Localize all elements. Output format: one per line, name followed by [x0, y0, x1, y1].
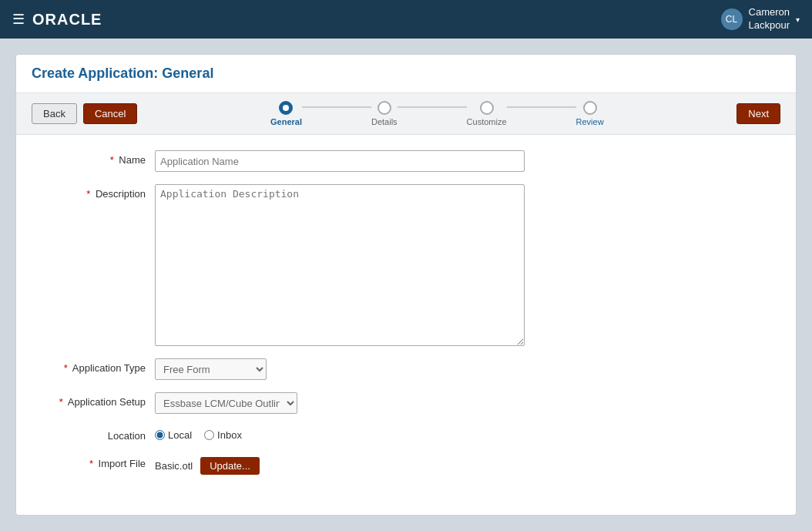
name-input[interactable] — [155, 150, 525, 172]
main-area: Create Application: General Back Cancel … — [0, 39, 812, 531]
wizard-steps: General Details Customize Rev — [137, 101, 737, 126]
location-local-option[interactable]: Local — [155, 429, 192, 441]
wizard-right-buttons: Next — [737, 103, 780, 124]
avatar: CL — [721, 8, 743, 30]
step-circle-review — [583, 101, 597, 115]
step-circle-general — [279, 101, 293, 115]
back-button[interactable]: Back — [32, 103, 77, 124]
app-type-required-star: * — [64, 362, 68, 374]
location-inbox-radio[interactable] — [204, 430, 214, 440]
description-required-star: * — [86, 188, 90, 200]
oracle-logo: ORACLE — [32, 11, 102, 29]
import-file-group: Basic.otl Update... — [155, 454, 260, 475]
next-button[interactable]: Next — [737, 103, 780, 124]
description-label: * Description — [47, 184, 155, 200]
location-inbox-label: Inbox — [217, 429, 242, 441]
import-file-row: * Import File Basic.otl Update... — [47, 454, 765, 475]
app-setup-required-star: * — [59, 396, 63, 408]
step-review: Review — [576, 101, 604, 126]
import-file-name: Basic.otl — [155, 460, 193, 472]
import-file-required-star: * — [89, 458, 93, 469]
location-local-label: Local — [168, 429, 192, 441]
step-label-customize: Customize — [467, 117, 507, 126]
nav-left: ☰ ORACLE — [12, 11, 102, 29]
update-button[interactable]: Update... — [200, 457, 260, 475]
location-label: Location — [47, 426, 155, 442]
location-local-radio[interactable] — [155, 430, 165, 440]
step-connector-2 — [398, 106, 467, 108]
cancel-button[interactable]: Cancel — [83, 103, 137, 124]
app-setup-label: * Application Setup — [47, 392, 155, 408]
user-dropdown-icon[interactable]: ▾ — [796, 15, 800, 24]
app-setup-select[interactable]: Essbase LCM/Cube Outline — [155, 392, 297, 414]
app-type-row: * Application Type Free Form — [47, 358, 765, 380]
name-label: * Name — [47, 150, 155, 166]
step-details: Details — [371, 101, 398, 126]
location-inbox-option[interactable]: Inbox — [204, 429, 242, 441]
main-card: Create Application: General Back Cancel … — [15, 54, 797, 516]
step-label-general: General — [270, 117, 302, 126]
location-group: Local Inbox — [155, 426, 242, 441]
wizard-left-buttons: Back Cancel — [32, 103, 137, 124]
step-general: General — [270, 101, 302, 126]
step-connector-1 — [302, 106, 371, 108]
step-customize: Customize — [467, 101, 507, 126]
step-circle-customize — [480, 101, 494, 115]
nav-right: CL Cameron Lackpour ▾ — [721, 6, 800, 32]
step-label-details: Details — [371, 117, 398, 126]
page-title: Create Application: General — [32, 66, 213, 81]
import-file-label: * Import File — [47, 454, 155, 469]
location-row: Location Local Inbox — [47, 426, 765, 442]
app-type-select[interactable]: Free Form — [155, 358, 267, 380]
app-type-label: * Application Type — [47, 358, 155, 374]
step-label-review: Review — [576, 117, 604, 126]
wizard-bar: Back Cancel General Details — [16, 93, 796, 135]
app-setup-row: * Application Setup Essbase LCM/Cube Out… — [47, 392, 765, 414]
description-row: * Description — [47, 184, 765, 346]
top-navigation: ☰ ORACLE CL Cameron Lackpour ▾ — [0, 0, 812, 39]
form-area: * Name * Description * Application Type — [16, 135, 796, 510]
name-row: * Name — [47, 150, 765, 172]
card-header: Create Application: General — [16, 55, 796, 93]
user-name: Cameron Lackpour — [749, 6, 790, 32]
name-required-star: * — [110, 154, 114, 166]
step-circle-details — [377, 101, 391, 115]
step-connector-3 — [507, 106, 576, 108]
description-input[interactable] — [155, 184, 525, 346]
hamburger-icon[interactable]: ☰ — [12, 11, 25, 28]
